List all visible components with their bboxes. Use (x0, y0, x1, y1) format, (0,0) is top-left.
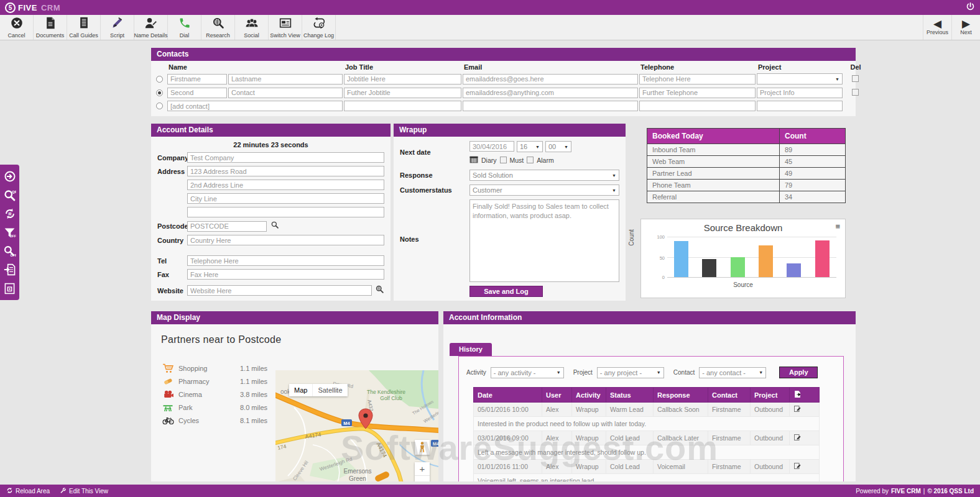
contact-filter-select[interactable]: - any contact -▼ (699, 367, 766, 378)
project-select[interactable]: ▼ (757, 73, 843, 84)
address3-input[interactable] (187, 193, 384, 204)
website-lookup-icon[interactable] (375, 285, 384, 296)
diary-calendar-icon[interactable] (469, 155, 478, 165)
call-guides-button[interactable]: Call Guides (67, 15, 101, 40)
telephone-input[interactable] (639, 74, 756, 84)
refresh-record-icon[interactable]: R (0, 204, 19, 223)
del-checkbox[interactable] (852, 89, 859, 96)
apply-button[interactable]: Apply (779, 367, 818, 378)
change-log-button[interactable]: Change Log (302, 15, 336, 40)
table-row: 01/01/2016 11:00AlexWrapupCold LeadVoice… (474, 460, 820, 474)
tab-history[interactable]: History (450, 343, 492, 356)
filter-off-icon[interactable]: OFF (0, 223, 19, 242)
wrapup-title: Wrapup (394, 124, 626, 137)
hour-select[interactable]: 16▼ (517, 141, 543, 152)
project-filter-label: Project (573, 369, 593, 376)
add-note-icon[interactable] (790, 388, 820, 403)
response-select[interactable]: Sold Solution▼ (469, 170, 619, 181)
lastname-input[interactable] (228, 88, 343, 98)
del-checkbox[interactable] (852, 75, 859, 82)
five-crm-logo: 5 FIVE CRM (5, 2, 60, 13)
switch-view-button[interactable]: Switch View (269, 15, 302, 40)
chevron-down-icon: ▼ (612, 188, 616, 193)
firstname-input[interactable] (167, 88, 227, 98)
wrench-icon (60, 487, 67, 495)
name-details-button[interactable]: Name Details (134, 15, 168, 40)
documents-button[interactable]: Documents (34, 15, 67, 40)
company-input[interactable] (187, 152, 384, 163)
chevron-down-icon: ▼ (535, 145, 540, 149)
postcode-lookup-icon[interactable] (270, 221, 279, 232)
email-input[interactable] (463, 101, 638, 111)
jobtitle-input[interactable] (344, 74, 461, 84)
switch-view-icon (279, 17, 292, 32)
next-date-input[interactable] (469, 141, 514, 152)
change-log-icon (312, 17, 326, 32)
social-button[interactable]: Social (235, 15, 269, 40)
website-input[interactable] (187, 285, 372, 296)
quick-find-icon[interactable]: QF (0, 186, 19, 204)
alarm-checkbox[interactable] (527, 157, 534, 163)
jobtitle-input[interactable] (344, 88, 461, 98)
minute-select[interactable]: 00▼ (545, 141, 571, 152)
brand-five: FIVE (18, 3, 37, 12)
activity-filter-select[interactable]: - any activity -▼ (491, 367, 564, 378)
edit-note-icon[interactable] (790, 460, 820, 474)
import-page-icon[interactable] (0, 260, 19, 279)
edit-note-icon[interactable] (790, 403, 820, 417)
project-filter-select[interactable]: - any project -▼ (597, 367, 664, 378)
map-button[interactable]: Map (289, 384, 312, 396)
lastname-input[interactable] (228, 74, 343, 84)
contact-radio[interactable] (156, 89, 163, 96)
satellite-button[interactable]: Satellite (312, 384, 347, 396)
map[interactable]: ook Down Rd A432 The Kendleshire Golf Cl… (275, 370, 438, 481)
telephone-input[interactable] (639, 88, 756, 98)
customer-status-select[interactable]: Customer▼ (469, 185, 619, 196)
jobtitle-input[interactable] (344, 101, 461, 111)
pegman-icon[interactable] (415, 440, 430, 455)
address1-input[interactable] (187, 166, 384, 176)
chevron-down-icon: ▼ (657, 370, 661, 375)
power-icon[interactable] (966, 2, 975, 14)
project-input[interactable] (757, 88, 843, 98)
dial-button[interactable]: Dial (168, 15, 201, 40)
postcode-input[interactable] (187, 221, 267, 232)
save-and-log-button[interactable]: Save and Log (469, 286, 543, 297)
address2-input[interactable] (187, 180, 384, 190)
email-input[interactable] (463, 74, 638, 84)
address-label: Address (157, 168, 187, 175)
reload-area-button[interactable]: Reload Area (6, 487, 50, 495)
country-input[interactable] (187, 235, 384, 245)
note-row: Left a message with manager interested, … (474, 445, 820, 460)
search-off-icon[interactable]: OFF (0, 242, 19, 260)
chart-menu-icon[interactable]: ≡ (835, 223, 840, 230)
zoom-out-button[interactable]: − (415, 476, 430, 481)
notes-textarea[interactable]: Finally Sold! Passing to Sales team to c… (469, 199, 619, 282)
firstname-input[interactable] (167, 74, 227, 84)
wrapup-panel: Wrapup Next date 16▼ 00▼ Diary Must (394, 124, 626, 301)
map-display-title: Map Display (151, 311, 438, 324)
next-button[interactable]: ▶ Next (951, 15, 980, 40)
telephone-input[interactable] (639, 101, 756, 111)
page-options-icon[interactable] (0, 279, 19, 298)
tel-input[interactable] (187, 255, 384, 266)
add-contact-input[interactable] (167, 101, 343, 111)
previous-button[interactable]: ◀ Previous (923, 15, 951, 40)
cancel-icon (11, 17, 23, 32)
jump-icon[interactable] (0, 167, 19, 186)
edit-note-icon[interactable] (790, 431, 820, 445)
contact-radio[interactable] (156, 76, 163, 83)
chart-bar (759, 245, 773, 277)
fax-input[interactable] (187, 269, 384, 280)
account-details-panel: Account Details 22 minutes 23 seconds Co… (151, 124, 391, 301)
contact-radio[interactable] (156, 103, 163, 109)
project-input[interactable] (757, 101, 843, 111)
edit-this-view-button[interactable]: Edit This View (60, 487, 108, 495)
email-input[interactable] (463, 88, 638, 98)
cancel-button[interactable]: Cancel (0, 15, 34, 40)
address4-input[interactable] (187, 207, 384, 217)
zoom-in-button[interactable]: + (415, 462, 430, 476)
must-checkbox[interactable] (500, 157, 507, 163)
script-button[interactable]: Script (101, 15, 134, 40)
research-button[interactable]: Research (201, 15, 235, 40)
